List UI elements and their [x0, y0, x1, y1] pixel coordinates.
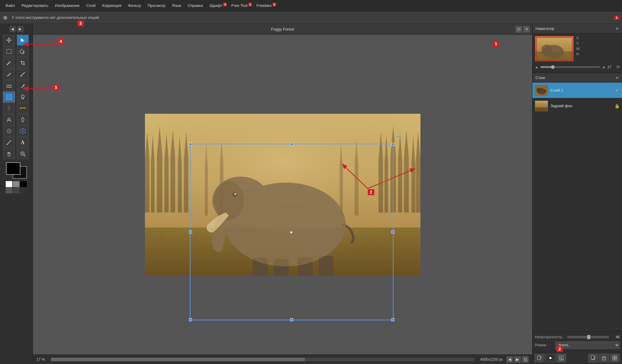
menu-language[interactable]: Язык [169, 2, 184, 9]
tool-hand[interactable] [3, 148, 15, 159]
canvas-scrollbar[interactable] [51, 358, 474, 361]
tool-grid: A [3, 35, 30, 159]
svg-rect-48 [404, 157, 409, 213]
navigator-content: X: Y: W: H: [532, 34, 622, 64]
tool-move[interactable] [3, 35, 15, 46]
tool-dodge[interactable] [3, 114, 15, 125]
add-adjustment[interactable] [556, 354, 566, 362]
tool-magic-wand[interactable] [3, 57, 15, 68]
handle-bottom-center[interactable] [290, 318, 293, 321]
menu-filter[interactable]: Фильтр [125, 2, 144, 9]
canvas-maximize[interactable]: ⊡ [515, 26, 522, 33]
menu-font[interactable]: Шрифт 4 [207, 2, 228, 9]
options-badge: 1 [614, 16, 619, 20]
navigator-close[interactable]: ✕ [615, 26, 619, 31]
mode-row: Режим: Normi... Normal Multiply Screen O… [535, 342, 620, 349]
right-panel: Навигатор ✕ [532, 24, 622, 364]
layers-actions [532, 352, 622, 364]
tool-select-move[interactable] [17, 35, 29, 46]
tool-crop[interactable] [17, 57, 29, 68]
handle-bottom-left[interactable] [189, 318, 192, 321]
zoom-unit: % [42, 357, 45, 362]
layer-1-visibility[interactable]: ✓ [614, 88, 620, 93]
tool-line[interactable] [3, 137, 15, 148]
status-zoom: 17 % [37, 357, 45, 362]
swatch-dark2[interactable] [13, 187, 19, 193]
handle-bottom-right[interactable] [391, 318, 394, 321]
tool-3d[interactable] [17, 126, 29, 136]
navigator-zoom-slider[interactable] [540, 66, 600, 68]
navigator-thumbnail [535, 36, 574, 61]
color-swatch[interactable] [6, 162, 27, 179]
tool-eyedrop[interactable] [3, 103, 15, 114]
layer-1-name: Слой 1 [550, 88, 612, 92]
blend-mode-select[interactable]: Normi... Normal Multiply Screen Overlay [555, 342, 620, 349]
canvas-dimensions: 4000x2250 px [480, 357, 503, 362]
opacity-thumb[interactable] [587, 335, 590, 339]
menu-file[interactable]: Файл [2, 2, 18, 9]
tool-text[interactable]: A [17, 137, 29, 148]
opacity-slider[interactable] [567, 336, 609, 338]
toolbar-nav: ◀ ▶ [9, 26, 24, 32]
w-label: W: [576, 47, 582, 51]
layer-item-1[interactable]: Слой 1 ✓ [532, 83, 622, 98]
tool-stamp[interactable] [17, 92, 29, 102]
menu-correction[interactable]: Коррекция [99, 2, 124, 9]
swatch-white[interactable] [6, 181, 12, 187]
toolbar-next[interactable]: ▶ [17, 26, 24, 32]
menu-layer[interactable]: Слой [83, 2, 99, 9]
add-mask[interactable] [546, 354, 555, 362]
tool-blur[interactable] [3, 126, 15, 136]
zoom-slider-thumb[interactable] [551, 65, 555, 69]
svg-rect-26 [145, 159, 149, 213]
menu-image[interactable]: Изображение [52, 2, 83, 9]
tool-fill[interactable] [17, 80, 29, 91]
duplicate-layer[interactable] [588, 354, 598, 362]
svg-point-6 [20, 75, 22, 77]
h-label: H: [576, 52, 582, 56]
add-layer-from-file[interactable] [535, 354, 544, 362]
menu-freebies[interactable]: Freebies 2 [253, 2, 277, 9]
svg-point-14 [7, 129, 11, 133]
tool-smudge[interactable] [17, 103, 29, 114]
scroll-right[interactable]: ▶ [514, 356, 521, 363]
opacity-row: Непрозрачность: 48 [535, 335, 620, 339]
svg-point-81 [536, 88, 541, 92]
svg-line-3 [10, 61, 10, 62]
canvas-wrapper[interactable]: ✦ 1 [33, 35, 532, 354]
toolbar-prev[interactable]: ◀ [9, 26, 16, 32]
coord-x-row: X: [576, 36, 583, 40]
swatch-gray[interactable] [13, 181, 19, 187]
tool-rect-select[interactable] [3, 46, 15, 57]
layers-close[interactable]: ✕ [615, 75, 619, 80]
scroll-left[interactable]: ◀ [506, 356, 513, 363]
tool-eraser[interactable] [3, 80, 15, 91]
menu-view[interactable]: Просмотр [145, 2, 168, 9]
menu-help[interactable]: Справка [185, 2, 206, 9]
swatch-grid [6, 181, 27, 193]
more-layer-options[interactable] [610, 354, 620, 362]
menubar: Файл Редактировать Изображение Слой Корр… [0, 0, 622, 11]
options-message: У этого инструмента нет дополнительных о… [12, 15, 99, 20]
tool-burn[interactable] [17, 114, 29, 125]
tool-lasso[interactable] [17, 46, 29, 57]
annotation-1: 1 [493, 41, 499, 47]
swatch-dark3[interactable] [20, 187, 27, 193]
layer-item-background[interactable]: Задний фон 🔒 [532, 98, 622, 114]
coord-y-row: Y: [576, 41, 583, 46]
tool-brush[interactable] [17, 69, 29, 80]
tool-zoom[interactable] [17, 148, 29, 159]
svg-rect-54 [205, 168, 208, 216]
tool-pen[interactable] [3, 69, 15, 80]
canvas-close[interactable]: ✕ [523, 26, 530, 33]
tool-shape[interactable] [3, 92, 15, 102]
menu-edit[interactable]: Редактировать [19, 2, 52, 9]
swatch-black[interactable] [20, 181, 27, 187]
layers-title: Слои [535, 75, 545, 80]
menu-freetool[interactable]: Free Tool 1 [228, 2, 253, 9]
svg-rect-9 [6, 94, 12, 100]
canvas-fit[interactable]: ⊡ [522, 356, 529, 363]
swatch-dark1[interactable] [6, 187, 12, 193]
foreground-color[interactable] [6, 162, 20, 175]
delete-layer[interactable] [599, 354, 609, 362]
